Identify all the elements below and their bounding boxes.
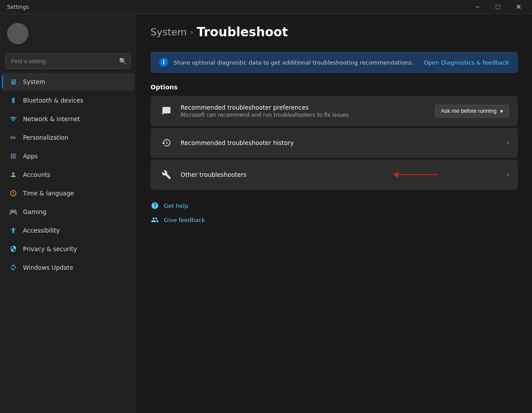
chevron-down-icon: ▾ — [500, 108, 503, 115]
apps-icon — [9, 152, 18, 161]
time-icon — [9, 189, 18, 198]
option-icon-other — [159, 168, 173, 182]
sidebar-item-personalization[interactable]: ✏️ Personalization — [2, 129, 135, 146]
titlebar-left: Settings — [7, 4, 29, 10]
troubleshooter-pref-dropdown[interactable]: Ask me before running ▾ — [435, 105, 509, 118]
section-label: Options — [150, 84, 518, 91]
sidebar-item-label: Network & internet — [23, 115, 80, 122]
breadcrumb-parent[interactable]: System — [150, 27, 187, 38]
accounts-icon — [9, 170, 18, 179]
option-subtitle-prefs: Microsoft can recommend and run troubles… — [181, 112, 435, 118]
option-right-prefs: Ask me before running ▾ — [435, 105, 509, 118]
info-banner-left: i Share optional diagnostic data to get … — [159, 58, 413, 67]
sidebar-item-label: Privacy & security — [23, 245, 77, 252]
sidebar-item-label: Bluetooth & devices — [23, 97, 83, 104]
search-input[interactable] — [5, 53, 131, 69]
sidebar-item-label: Gaming — [23, 208, 46, 215]
titlebar-controls: − □ ✕ — [467, 0, 528, 14]
give-feedback-label: Give feedback — [164, 217, 205, 223]
sidebar-item-label: Apps — [23, 153, 38, 160]
sidebar-item-privacy[interactable]: Privacy & security — [2, 240, 135, 258]
option-text-prefs: Recommended troubleshooter preferences M… — [181, 104, 435, 118]
info-banner: i Share optional diagnostic data to get … — [150, 52, 518, 73]
sidebar-item-label: Windows Update — [23, 264, 73, 271]
avatar — [7, 23, 28, 44]
system-icon: 🖥 — [9, 77, 18, 86]
option-right-other: › — [506, 171, 509, 178]
option-title-other: Other troubleshooters — [181, 171, 506, 178]
breadcrumb-current: Troubleshoot — [197, 25, 288, 39]
personalization-icon: ✏️ — [9, 133, 18, 142]
breadcrumb: System › Troubleshoot — [150, 25, 518, 39]
close-button[interactable]: ✕ — [508, 0, 528, 14]
sidebar-item-label: System — [23, 78, 45, 85]
option-other-troubleshooters[interactable]: Other troubleshooters › — [150, 160, 518, 190]
info-icon: i — [159, 58, 168, 67]
chevron-right-icon: › — [506, 171, 509, 178]
give-feedback-link[interactable]: Give feedback — [150, 214, 518, 225]
sidebar-item-label: Personalization — [23, 134, 68, 141]
open-diagnostics-link[interactable]: Open Diagnostics & feedback — [424, 59, 509, 66]
option-right-history: › — [506, 139, 509, 146]
titlebar-title: Settings — [7, 4, 29, 10]
option-recommended-prefs[interactable]: Recommended troubleshooter preferences M… — [150, 96, 518, 126]
profile-section — [0, 18, 136, 51]
option-icon-prefs — [159, 104, 173, 118]
sidebar-item-network[interactable]: Network & internet — [2, 110, 135, 128]
sidebar-item-label: Accounts — [23, 171, 50, 178]
sidebar-item-accessibility[interactable]: Accessibility — [2, 222, 135, 239]
search-box: 🔍 — [5, 53, 131, 69]
sidebar-item-gaming[interactable]: 🎮 Gaming — [2, 203, 135, 221]
chevron-right-icon: › — [506, 139, 509, 146]
option-title-history: Recommended troubleshooter history — [181, 139, 506, 146]
bluetooth-icon — [9, 96, 18, 105]
sidebar-item-label: Accessibility — [23, 227, 60, 234]
privacy-icon — [9, 245, 18, 253]
titlebar: Settings − □ ✕ — [0, 0, 532, 14]
sidebar-item-time[interactable]: Time & language — [2, 184, 135, 202]
sidebar-item-accounts[interactable]: Accounts — [2, 166, 135, 184]
sidebar: 🔍 🖥 System Bluetooth & devices Network &… — [0, 14, 136, 413]
network-icon — [9, 115, 18, 123]
option-text-history: Recommended troubleshooter history — [181, 139, 506, 146]
option-title-prefs: Recommended troubleshooter preferences — [181, 104, 435, 111]
get-help-icon — [150, 201, 159, 210]
breadcrumb-separator: › — [190, 28, 193, 36]
accessibility-icon — [9, 226, 18, 235]
search-icon: 🔍 — [119, 57, 127, 65]
minimize-button[interactable]: − — [467, 0, 488, 14]
gaming-icon: 🎮 — [9, 207, 18, 216]
arrow-line — [398, 174, 438, 176]
sidebar-item-system[interactable]: 🖥 System — [2, 73, 135, 91]
info-banner-text: Share optional diagnostic data to get ad… — [173, 59, 413, 66]
main-content: System › Troubleshoot i Share optional d… — [136, 14, 532, 413]
sidebar-item-bluetooth[interactable]: Bluetooth & devices — [2, 92, 135, 109]
option-icon-history — [159, 136, 173, 150]
get-help-link[interactable]: Get help — [150, 200, 518, 211]
maximize-button[interactable]: □ — [488, 0, 508, 14]
sidebar-item-windows-update[interactable]: Windows Update — [2, 259, 135, 276]
arrow-head — [393, 172, 398, 178]
option-recommended-history[interactable]: Recommended troubleshooter history › — [150, 128, 518, 158]
sidebar-item-apps[interactable]: Apps — [2, 147, 135, 165]
arrow-annotation — [393, 172, 438, 178]
bottom-links: Get help Give feedback — [150, 200, 518, 225]
option-text-other: Other troubleshooters — [181, 171, 506, 178]
sidebar-item-label: Time & language — [23, 190, 74, 197]
windows-update-icon — [9, 263, 18, 272]
app-container: 🔍 🖥 System Bluetooth & devices Network &… — [0, 14, 532, 413]
give-feedback-icon — [150, 215, 159, 224]
get-help-label: Get help — [164, 203, 188, 209]
